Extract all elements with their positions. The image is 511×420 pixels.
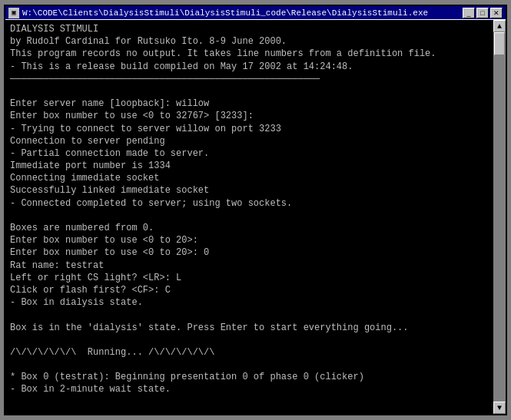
maximize-button[interactable]: □ bbox=[476, 8, 489, 18]
title-bar-controls: _ □ ✕ bbox=[463, 8, 503, 18]
window-icon: ▣ bbox=[8, 8, 19, 18]
main-window: ▣ W:\CODE\Clients\DialysisStimuli\Dialys… bbox=[4, 5, 507, 415]
console-text: DIALYSIS STIMULI by Rudolf Cardinal for … bbox=[10, 23, 489, 396]
scroll-down-button[interactable]: ▼ bbox=[493, 402, 506, 414]
scrollbar: ▲ ▼ bbox=[493, 20, 506, 414]
title-bar: ▣ W:\CODE\Clients\DialysisStimuli\Dialys… bbox=[5, 6, 506, 20]
scrollbar-thumb[interactable] bbox=[494, 32, 505, 55]
console-wrapper: DIALYSIS STIMULI by Rudolf Cardinal for … bbox=[5, 20, 506, 414]
scroll-up-button[interactable]: ▲ bbox=[493, 20, 506, 32]
title-bar-left: ▣ W:\CODE\Clients\DialysisStimuli\Dialys… bbox=[8, 8, 428, 18]
minimize-button[interactable]: _ bbox=[463, 8, 475, 18]
close-button[interactable]: ✕ bbox=[490, 8, 503, 18]
console-output: DIALYSIS STIMULI by Rudolf Cardinal for … bbox=[5, 20, 493, 414]
window-title: W:\CODE\Clients\DialysisStimuli\Dialysis… bbox=[22, 8, 428, 18]
scrollbar-track[interactable] bbox=[493, 32, 506, 402]
